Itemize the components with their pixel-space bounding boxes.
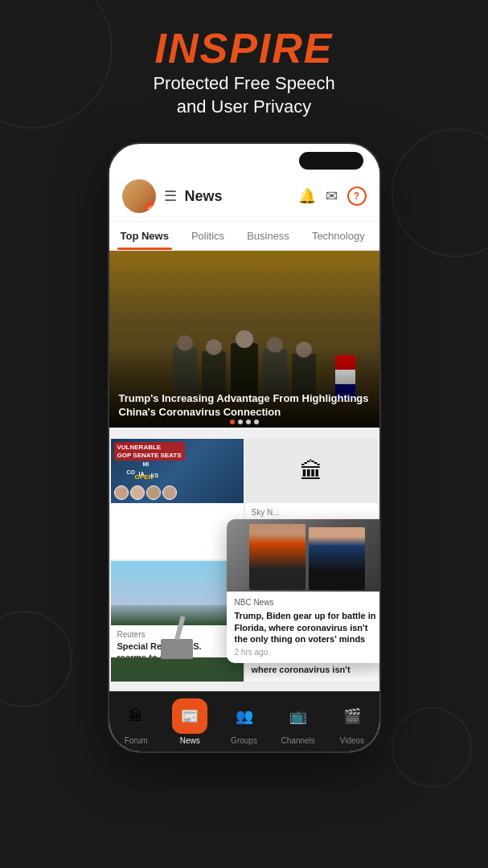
candidate-faces [111,485,244,500]
senate-icon: 🏛 [300,458,322,485]
article-card-missile[interactable]: Reuters Special Report: U.S.rearms to nu… [111,561,244,682]
hero-headline: Trump's Increasing Advantage From Highli… [119,392,370,420]
article-source-senate: Sky N... [252,508,371,517]
floating-source: NBC News [235,598,379,607]
header-icons: 🔔 ✉ ? [298,186,367,206]
videos-icon: 🎬 [334,698,370,734]
header-title: News [185,188,298,205]
menu-icon[interactable]: ☰ [164,187,177,205]
forum-icon: 🏛 [118,698,154,734]
floating-image [227,519,381,592]
message-icon[interactable]: ✉ [326,187,338,205]
nav-tabs: Top News Politics Business Technology [109,222,379,251]
face-4 [162,485,177,500]
hero-text: Trump's Increasing Advantage From Highli… [119,392,370,420]
state-co: CO [127,469,136,475]
groups-icon-symbol: 👥 [236,707,253,725]
verified-badge [145,202,156,213]
nav-item-forum[interactable]: 🏛 Forum [109,698,163,745]
floating-figures [249,522,365,590]
ship-hull [161,639,193,659]
app-header: ☰ News 🔔 ✉ ? [109,168,379,222]
groups-label: Groups [231,736,257,745]
missile-thumbnail [111,561,244,625]
channels-icon-symbol: 📺 [289,707,307,725]
sky-bg [111,561,244,605]
nav-item-channels[interactable]: 📺 Channels [271,698,325,745]
floating-card[interactable]: NBC News Trump, Biden gear up for battle… [227,519,381,663]
help-icon[interactable]: ? [347,186,367,206]
figure-trump [249,524,306,590]
nav-item-news[interactable]: 📰 News [163,698,217,745]
tab-top-news[interactable]: Top News [109,222,180,250]
dot-1 [230,420,235,424]
tab-business[interactable]: Business [236,222,301,250]
app-subtitle: Protected Free Speech and User Privacy [0,72,488,118]
water-bg [111,657,244,682]
channels-icon: 📺 [281,698,316,734]
avatar[interactable] [122,179,156,213]
videos-label: Videos [340,736,364,745]
forum-icon-symbol: 🏛 [129,708,143,725]
bottom-nav: 🏛 Forum 📰 News 👥 Groups 📺 Cha [109,691,379,751]
face-1 [114,485,129,500]
news-label: News [180,736,200,745]
dot-4 [254,420,259,424]
nav-item-videos[interactable]: 🎬 Videos [325,698,379,745]
hero-article[interactable]: Trump's Increasing Advantage From Highli… [109,251,379,428]
figure-biden [309,527,365,590]
floating-time: 2 hrs ago [235,648,379,657]
forum-label: Forum [125,736,148,745]
map-label: VULNERABLEGOP SENATE SEATS [114,442,185,461]
dot-2 [238,420,243,424]
face-3 [146,485,161,500]
phone-device: ☰ News 🔔 ✉ ? Top News Politics Business … [108,142,381,753]
carousel-dots [227,416,262,428]
phone-camera [299,152,363,170]
map-thumbnail: VULNERABLEGOP SENATE SEATS MI CO IA KS O… [111,439,244,503]
notification-icon[interactable]: 🔔 [298,187,316,205]
header-section: INSPIRE Protected Free Speech and User P… [0,0,488,134]
floating-headline: Trump, Biden gear up for battle in Flori… [235,610,379,645]
phone-wrapper: ☰ News 🔔 ✉ ? Top News Politics Business … [0,142,488,753]
floating-body: NBC News Trump, Biden gear up for battle… [227,592,381,663]
app-title: INSPIRE [0,24,488,72]
news-icon-symbol: 📰 [181,707,199,725]
hero-top-gradient [109,251,379,275]
senate-thumb: 🏛 [245,439,378,503]
nav-item-groups[interactable]: 👥 Groups [217,698,271,745]
face-2 [130,485,145,500]
tab-technology[interactable]: Technology [301,222,376,250]
news-icon: 📰 [172,698,207,734]
videos-icon-symbol: 🎬 [343,707,361,725]
open-badge: OPEN [135,473,154,481]
groups-icon: 👥 [227,698,262,734]
state-mi: MI [143,461,150,467]
article-card-map[interactable]: VULNERABLEGOP SENATE SEATS MI CO IA KS O… [111,439,244,559]
channels-label: Channels [281,736,315,745]
dot-3 [246,420,251,424]
tab-politics[interactable]: Politics [180,222,236,250]
news-content: Trump's Increasing Advantage From Highli… [109,251,379,746]
